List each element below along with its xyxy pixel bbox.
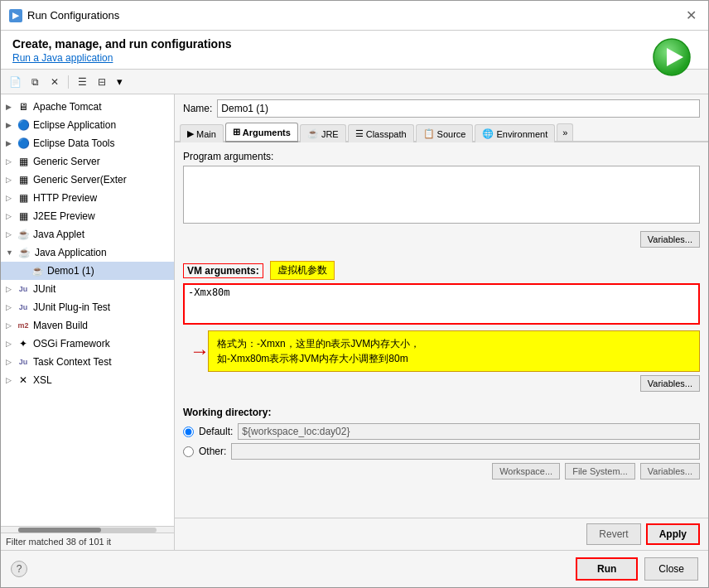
sidebar-item-apache-tomcat[interactable]: ▶ 🖥 Apache Tomcat xyxy=(1,98,174,116)
j2ee-preview-icon: ▦ xyxy=(17,210,30,223)
sidebar-item-eclipse-application[interactable]: ▶ 🔵 Eclipse Application xyxy=(1,116,174,134)
footer-right: Run Close xyxy=(576,557,698,581)
maven-build-icon: m2 xyxy=(17,319,30,332)
variables-button-1[interactable]: Variables... xyxy=(640,231,700,248)
eclipse-application-icon: 🔵 xyxy=(17,118,30,132)
other-radio[interactable] xyxy=(183,446,194,457)
clearfix2: Variables... xyxy=(183,375,700,398)
vm-section: VM arguments: 虚拟机参数 -Xmx80m → 格式为：-Xmxn，… xyxy=(183,261,700,398)
default-radio[interactable] xyxy=(183,427,194,437)
apply-button[interactable]: Apply xyxy=(646,523,700,545)
expand-icon: ▶ xyxy=(6,121,12,129)
header-subtitle[interactable]: Run a Java application xyxy=(12,52,697,64)
main-tab-icon: ▶ xyxy=(187,128,194,139)
vm-args-label: VM arguments: xyxy=(183,263,263,278)
variables-button-2[interactable]: Variables... xyxy=(640,375,700,392)
sidebar-item-junit-plugin[interactable]: ▷ Ju JUnit Plug-in Test xyxy=(1,298,174,316)
vm-args-textarea[interactable]: -Xmx80m xyxy=(183,283,700,325)
expand-icon: ▷ xyxy=(6,340,12,348)
java-applet-icon: ☕ xyxy=(17,228,30,241)
sidebar-item-j2ee-preview[interactable]: ▷ ▦ J2EE Preview xyxy=(1,207,174,225)
sidebar-item-junit[interactable]: ▷ Ju JUnit xyxy=(1,280,174,298)
sidebar-item-osgi-framework[interactable]: ▷ ✦ OSGi Framework xyxy=(1,335,174,353)
run-button[interactable]: Run xyxy=(576,557,638,581)
revert-button[interactable]: Revert xyxy=(586,523,640,545)
expand-icon: ▷ xyxy=(6,285,12,293)
title-bar: ▶ Run Configurations ✕ xyxy=(1,1,708,31)
other-dir-input[interactable] xyxy=(231,443,700,460)
sidebar-item-label: Apache Tomcat xyxy=(33,101,102,113)
variables-button-3[interactable]: Variables... xyxy=(640,463,700,480)
arguments-tab-icon: ⊞ xyxy=(233,127,240,137)
tab-classpath[interactable]: ☰ Classpath xyxy=(348,124,414,142)
sidebar-item-task-context-test[interactable]: ▷ Ju Task Context Test xyxy=(1,353,174,371)
sidebar-item-demo1[interactable]: ☕ Demo1 (1) xyxy=(1,262,174,280)
delete-config-button[interactable]: ✕ xyxy=(46,73,64,91)
sidebar-item-xsl[interactable]: ▷ ✕ XSL xyxy=(1,371,174,389)
task-context-icon: Ju xyxy=(17,355,30,369)
expand-icon: ▷ xyxy=(6,230,12,239)
annotation-bubble: 格式为：-Xmxn，这里的n表示JVM内存大小， 如-Xmx80m表示将JVM内… xyxy=(208,330,700,372)
tab-arguments[interactable]: ⊞ Arguments xyxy=(225,123,298,142)
dialog-icon: ▶ xyxy=(9,9,22,22)
clearfix1: Variables... xyxy=(183,231,700,254)
working-dir-section: Working directory: Default: Other: Works… xyxy=(183,407,700,480)
view-menu-button[interactable]: ▾ xyxy=(113,73,127,91)
sidebar-item-http-preview[interactable]: ▷ ▦ HTTP Preview xyxy=(1,189,174,207)
sidebar-item-label: OSGi Framework xyxy=(33,338,110,349)
jre-tab-label: JRE xyxy=(321,129,339,139)
sidebar-item-eclipse-data-tools[interactable]: ▶ 🔵 Eclipse Data Tools xyxy=(1,134,174,152)
scrollbar-track xyxy=(18,528,157,533)
tab-main[interactable]: ▶ Main xyxy=(180,124,224,142)
sidebar-item-generic-server-ext[interactable]: ▷ ▦ Generic Server(Exter xyxy=(1,171,174,189)
scrollbar-thumb xyxy=(18,528,101,533)
expand-icon: ▷ xyxy=(6,212,12,220)
new-config-button[interactable]: 📄 xyxy=(6,73,24,91)
vm-label-row: VM arguments: 虚拟机参数 xyxy=(183,261,700,280)
sidebar-item-java-application[interactable]: ▼ ☕ Java Application xyxy=(1,243,174,262)
program-args-label: Program arguments: xyxy=(183,151,700,162)
annotation-text-line1: 格式为：-Xmxn，这里的n表示JVM内存大小， xyxy=(217,338,420,349)
default-dir-input[interactable] xyxy=(238,423,700,440)
tab-jre[interactable]: ☕ JRE xyxy=(300,124,346,142)
junit-plugin-icon: Ju xyxy=(17,301,30,314)
duplicate-config-button[interactable]: ⧉ xyxy=(26,73,44,91)
main-tab-label: Main xyxy=(196,129,216,139)
jre-tab-icon: ☕ xyxy=(307,128,319,139)
sidebar-item-label: Generic Server xyxy=(33,156,100,167)
program-args-container xyxy=(183,166,700,226)
close-button[interactable]: Close xyxy=(644,557,698,581)
right-panel: Name: ▶ Main ⊞ Arguments ☕ JRE ☰ xyxy=(175,94,708,550)
expand-icon: ▷ xyxy=(6,376,12,384)
bottom-panel: Revert Apply xyxy=(175,518,708,550)
name-input[interactable] xyxy=(217,99,700,118)
workspace-button[interactable]: Workspace... xyxy=(492,463,560,480)
sidebar-item-label: Maven Build xyxy=(33,320,88,331)
sidebar-item-java-applet[interactable]: ▷ ☕ Java Applet xyxy=(1,225,174,243)
source-tab-icon: 📋 xyxy=(423,128,435,139)
help-button[interactable]: ? xyxy=(11,561,27,577)
dir-buttons-row: Workspace... File System... Variables... xyxy=(183,463,700,480)
sidebar-item-label: Eclipse Data Tools xyxy=(33,137,115,149)
sidebar-scrollbar[interactable] xyxy=(1,526,174,533)
dialog-close-button[interactable]: ✕ xyxy=(682,9,700,22)
sidebar-item-generic-server[interactable]: ▷ ▦ Generic Server xyxy=(1,152,174,171)
vm-annotation: 虚拟机参数 xyxy=(270,261,335,280)
filesystem-button[interactable]: File System... xyxy=(565,463,635,480)
tab-more-button[interactable]: » xyxy=(557,123,573,141)
eclipse-data-tools-icon: 🔵 xyxy=(17,137,30,150)
program-args-textarea[interactable] xyxy=(183,166,700,224)
sidebar-item-label: Task Context Test xyxy=(33,356,112,368)
tab-environment[interactable]: 🌐 Environment xyxy=(475,124,555,142)
run-configurations-dialog: ▶ Run Configurations ✕ Create, manage, a… xyxy=(0,0,709,588)
generic-server-ext-icon: ▦ xyxy=(17,173,30,186)
junit-icon: Ju xyxy=(17,282,30,296)
tab-source[interactable]: 📋 Source xyxy=(416,124,474,142)
sidebar-item-maven-build[interactable]: ▷ m2 Maven Build xyxy=(1,316,174,335)
sidebar-item-label: HTTP Preview xyxy=(33,192,97,204)
filter-button[interactable]: ☰ xyxy=(73,73,91,91)
collapse-button[interactable]: ⊟ xyxy=(93,73,111,91)
annotation-text-line2: 如-Xmx80m表示将JVM内存大小调整到80m xyxy=(217,353,408,364)
expand-icon: ▶ xyxy=(6,139,12,147)
vm-input-container: -Xmx80m → 格式为：-Xmxn，这里的n表示JVM内存大小， 如-Xmx… xyxy=(183,283,700,372)
